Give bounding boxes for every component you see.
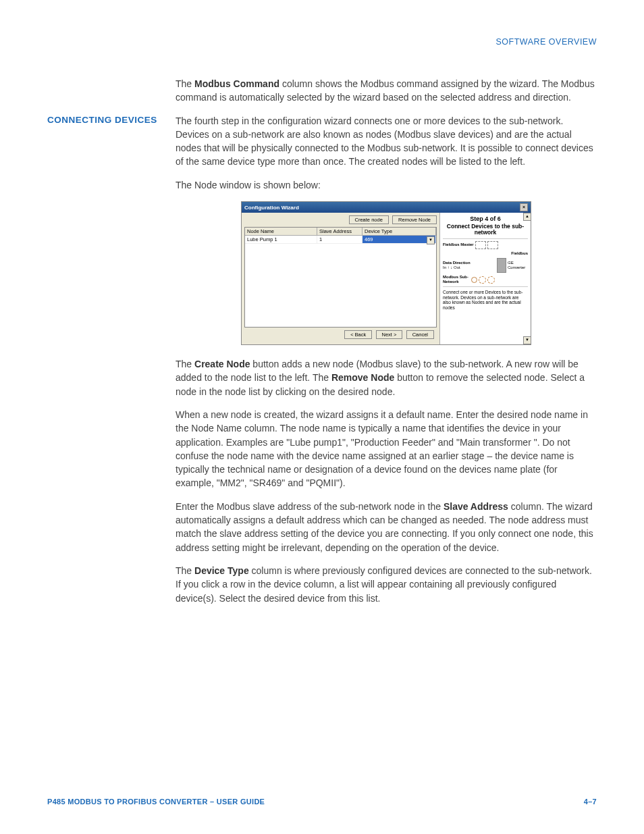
window-titlebar: Configuration Wizard × — [242, 202, 531, 213]
label: Fieldbus — [443, 251, 528, 256]
label: Out — [454, 265, 460, 269]
label: Data Direction — [443, 261, 471, 265]
text: The — [176, 565, 194, 576]
node-icon — [487, 276, 495, 284]
cell-device-type[interactable]: 469 ▼ — [363, 236, 436, 243]
window-title: Configuration Wizard — [244, 205, 299, 211]
node-icon — [487, 241, 498, 249]
text: Enter the Modbus slave address of the su… — [176, 501, 444, 512]
col-slave-address: Slave Address — [317, 228, 363, 235]
bold-text: Device Type — [194, 565, 249, 576]
paragraph-modbus-command: The Modbus Command column shows the Modb… — [176, 77, 597, 105]
col-node-name: Node Name — [245, 228, 317, 235]
text: The — [176, 359, 194, 369]
table-row[interactable]: Lube Pump 1 1 469 ▼ — [245, 236, 436, 244]
paragraph: When a new node is created, the wizard a… — [176, 408, 597, 490]
page-number: 4–7 — [584, 798, 597, 806]
cell-value: 469 — [365, 236, 373, 242]
cancel-button[interactable]: Cancel — [406, 330, 434, 339]
page-header: SOFTWARE OVERVIEW — [47, 37, 597, 47]
next-button[interactable]: Next > — [376, 330, 403, 339]
wizard-screenshot: Configuration Wizard × Create node Remov… — [241, 201, 531, 345]
node-icon — [471, 277, 477, 283]
help-diagram: Fieldbus Master Fieldbus Data Direction — [443, 241, 528, 285]
bold-text: Slave Address — [444, 501, 508, 512]
paragraph: The Node window is shown below: — [176, 178, 597, 192]
label: In — [443, 265, 446, 269]
create-node-button[interactable]: Create node — [349, 215, 389, 224]
close-icon[interactable]: × — [520, 203, 528, 211]
footer-title: P485 MODBUS TO PROFIBUS CONVERTER – USER… — [47, 798, 265, 806]
bold-text: Modbus Command — [194, 78, 279, 89]
scroll-down-icon[interactable]: ▼ — [523, 336, 531, 344]
dropdown-arrow-icon[interactable]: ▼ — [427, 236, 435, 244]
back-button[interactable]: < Back — [344, 330, 372, 339]
paragraph-create-node: The Create Node button adds a new node (… — [176, 357, 597, 398]
label: GE Converter — [508, 261, 528, 270]
cell-node-name[interactable]: Lube Pump 1 — [245, 236, 317, 243]
paragraph: The fourth step in the configuration wiz… — [176, 114, 597, 169]
remove-node-button[interactable]: Remove Node — [392, 215, 437, 224]
help-text: Connect one or more Devices to the sub-n… — [443, 290, 528, 310]
scroll-up-icon[interactable]: ▲ — [523, 213, 531, 221]
cell-slave-address[interactable]: 1 — [317, 236, 363, 243]
col-device-type: Device Type — [363, 228, 436, 235]
step-indicator: Step 4 of 6 — [443, 215, 528, 222]
label: Modbus Sub-Network — [443, 275, 470, 284]
wizard-help-panel: ▲ Step 4 of 6 Connect Devices to the sub… — [439, 213, 531, 344]
paragraph-device-type: The Device Type column is where previous… — [176, 564, 597, 605]
node-table[interactable]: Node Name Slave Address Device Type Lube… — [244, 227, 437, 328]
label: Fieldbus Master — [443, 242, 474, 247]
node-icon — [475, 241, 486, 249]
node-icon — [479, 276, 486, 284]
step-subtitle: Connect Devices to the sub-network — [443, 224, 528, 236]
bold-text: Create Node — [194, 359, 250, 369]
section-heading-connecting-devices: CONNECTING DEVICES — [47, 114, 176, 615]
converter-icon — [497, 258, 506, 273]
bold-text: Remove Node — [331, 372, 394, 383]
paragraph-slave-address: Enter the Modbus slave address of the su… — [176, 500, 597, 554]
text: The — [176, 78, 194, 89]
